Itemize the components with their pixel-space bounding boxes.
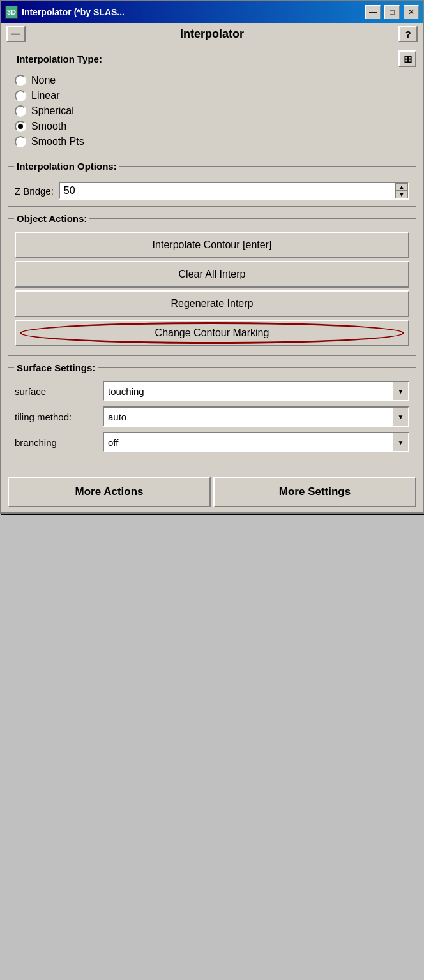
radio-label-none: None — [31, 75, 56, 86]
surface-label: surface — [15, 386, 98, 397]
z-bridge-row: Z Bridge: ▲ ▼ — [15, 182, 409, 200]
object-actions-box: Interpolate Contour [enter] Clear All In… — [8, 229, 416, 356]
spinbox-arrows: ▲ ▼ — [395, 183, 408, 198]
main-window: 3D Interpolator (*by SLAS... — □ ✕ — Int… — [0, 0, 424, 514]
more-settings-button[interactable]: More Settings — [213, 477, 416, 507]
radio-smooth[interactable]: Smooth — [15, 121, 409, 132]
maximize-button[interactable]: □ — [384, 5, 400, 19]
radio-group: None Linear Spherical Smooth — [15, 75, 409, 147]
clear-all-interp-button[interactable]: Clear All Interp — [15, 261, 409, 288]
spinbox-up-arrow[interactable]: ▲ — [395, 183, 408, 191]
surface-settings-box: surface touching ▼ tiling method: auto ▼… — [8, 378, 416, 459]
change-contour-marking-wrapper: Change Contour Marking — [15, 320, 409, 346]
bottom-bar: More Actions More Settings — [1, 471, 423, 512]
more-actions-button[interactable]: More Actions — [8, 477, 211, 507]
surface-dropdown-arrow: ▼ — [393, 382, 408, 400]
app-icon: 3D — [5, 6, 18, 19]
radio-label-linear: Linear — [31, 90, 59, 101]
z-bridge-spinbox[interactable]: ▲ ▼ — [59, 182, 409, 200]
title-bar-text: Interpolator (*by SLAS... — [22, 7, 361, 17]
tiling-value: auto — [104, 412, 393, 422]
tiling-row: tiling method: auto ▼ — [15, 406, 409, 427]
radio-label-spherical: Spherical — [31, 105, 74, 117]
radio-circle-none — [15, 75, 26, 86]
back-button[interactable]: — — [6, 26, 26, 42]
radio-none[interactable]: None — [15, 75, 409, 86]
radio-linear[interactable]: Linear — [15, 90, 409, 101]
radio-smooth-pts[interactable]: Smooth Pts — [15, 136, 409, 147]
radio-dot-smooth — [18, 124, 23, 129]
change-contour-marking-button[interactable]: Change Contour Marking — [15, 320, 409, 346]
branching-value: off — [104, 437, 393, 448]
branching-row: branching off ▼ — [15, 432, 409, 452]
surface-settings-header: Surface Settings: — [8, 362, 416, 373]
radio-spherical[interactable]: Spherical — [15, 105, 409, 117]
tiling-dropdown-arrow: ▼ — [393, 408, 408, 426]
tiling-dropdown[interactable]: auto ▼ — [103, 406, 409, 427]
z-bridge-input[interactable] — [60, 183, 395, 198]
surface-dropdown[interactable]: touching ▼ — [103, 381, 409, 401]
help-button[interactable]: ? — [398, 26, 418, 42]
tiling-label: tiling method: — [15, 412, 98, 422]
radio-circle-smooth — [15, 121, 26, 132]
add-button[interactable]: ⊞ — [398, 50, 416, 67]
branching-label: branching — [15, 437, 98, 448]
regenerate-interp-button[interactable]: Regenerate Interp — [15, 290, 409, 317]
object-actions-header: Object Actions: — [8, 213, 416, 224]
object-actions-label: Object Actions: — [14, 213, 89, 224]
surface-settings-group: Surface Settings: surface touching ▼ til… — [8, 362, 416, 459]
content-area: Interpolation Type: ⊞ None Linear — [1, 45, 423, 471]
branching-dropdown[interactable]: off ▼ — [103, 432, 409, 452]
radio-circle-smooth-pts — [15, 136, 26, 147]
surface-value: touching — [104, 386, 393, 397]
interpolation-options-header: Interpolation Options: — [8, 161, 416, 172]
spinbox-down-arrow[interactable]: ▼ — [395, 191, 408, 198]
interpolation-options-group: Interpolation Options: Z Bridge: ▲ ▼ — [8, 161, 416, 207]
surface-settings-label: Surface Settings: — [14, 362, 98, 373]
interpolation-type-box: None Linear Spherical Smooth — [8, 72, 416, 154]
radio-circle-spherical — [15, 105, 26, 117]
z-bridge-label: Z Bridge: — [15, 186, 54, 197]
surface-row: surface touching ▼ — [15, 381, 409, 401]
branching-dropdown-arrow: ▼ — [393, 433, 408, 451]
interpolate-contour-button[interactable]: Interpolate Contour [enter] — [15, 232, 409, 258]
radio-circle-linear — [15, 90, 26, 101]
interpolation-options-box: Z Bridge: ▲ ▼ — [8, 177, 416, 207]
interpolation-options-label: Interpolation Options: — [14, 161, 119, 172]
radio-label-smooth: Smooth — [31, 121, 66, 132]
close-button[interactable]: ✕ — [404, 5, 419, 19]
radio-label-smooth-pts: Smooth Pts — [31, 136, 84, 147]
window-title: Interpolator — [31, 27, 393, 41]
interpolation-type-header: Interpolation Type: ⊞ — [8, 50, 416, 67]
minimize-button[interactable]: — — [365, 5, 381, 19]
interpolation-type-group: Interpolation Type: ⊞ None Linear — [8, 50, 416, 154]
toolbar: — Interpolator ? — [1, 23, 423, 45]
object-actions-group: Object Actions: Interpolate Contour [ent… — [8, 213, 416, 356]
interpolation-type-label: Interpolation Type: — [14, 54, 105, 64]
title-bar: 3D Interpolator (*by SLAS... — □ ✕ — [1, 1, 423, 23]
